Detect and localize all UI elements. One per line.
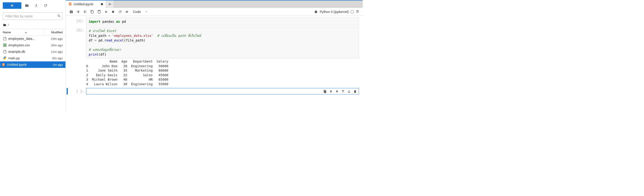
svg-rect-16 — [109, 4, 111, 4]
file-name: employees.csv — [8, 43, 46, 47]
delete-cell-icon[interactable] — [352, 89, 358, 94]
cell-output: Name Age Department Salary 0 John Doe 28… — [86, 58, 359, 87]
tab-bar: Untitled.ipynb — [66, 0, 363, 8]
tab-notebook[interactable]: Untitled.ipynb — [66, 0, 106, 8]
file-icon — [3, 50, 7, 54]
file-modified: 23m ago — [46, 37, 63, 41]
chevron-down-icon — [145, 10, 148, 14]
svg-rect-12 — [70, 3, 71, 3]
file-browser-sidebar: / Name ▲ Modified employees_data...23m a… — [0, 0, 66, 111]
duplicate-cell-icon[interactable] — [322, 89, 327, 94]
insert-cell-icon[interactable] — [75, 8, 82, 15]
spreadsheet-icon — [3, 43, 7, 47]
svg-rect-21 — [356, 11, 359, 11]
new-launcher-button[interactable] — [3, 2, 21, 9]
notebook-cell[interactable]: [1]:import pandas as pd — [68, 18, 359, 25]
insert-below-icon[interactable] — [346, 89, 352, 94]
code-input[interactable]: # อ่านไฟล์ Excel file_path = 'employees_… — [86, 27, 359, 58]
notebook-cell[interactable]: [ ]: — [68, 88, 359, 95]
cell-prompt: [1]: — [68, 18, 86, 25]
svg-rect-26 — [348, 92, 350, 93]
svg-rect-8 — [3, 64, 4, 64]
python-icon — [3, 56, 7, 60]
move-up-icon[interactable] — [328, 89, 334, 94]
search-icon — [57, 14, 61, 18]
svg-rect-18 — [77, 11, 80, 12]
sort-asc-icon: ▲ — [25, 31, 27, 34]
run-icon[interactable] — [103, 8, 109, 15]
save-icon[interactable] — [68, 8, 74, 15]
upload-icon[interactable] — [32, 2, 40, 9]
svg-rect-10 — [3, 65, 4, 66]
unsaved-indicator-icon — [101, 3, 103, 5]
refresh-icon[interactable] — [42, 2, 49, 9]
cell-type-dropdown[interactable]: Code — [131, 10, 150, 14]
cell-prompt: [2]: — [68, 27, 86, 87]
move-down-icon[interactable] — [334, 89, 340, 94]
new-tab-button[interactable] — [106, 0, 114, 8]
svg-rect-19 — [112, 11, 114, 13]
restart-icon[interactable] — [117, 8, 123, 15]
filter-files-input[interactable] — [3, 12, 63, 20]
cut-icon[interactable] — [82, 8, 88, 15]
interrupt-icon[interactable] — [110, 8, 116, 15]
file-name: employees_data... — [8, 37, 46, 41]
file-name: example.db — [8, 50, 46, 54]
file-modified: 11m ago — [46, 50, 63, 54]
column-header-modified[interactable]: Modified — [44, 29, 66, 35]
notebook-icon — [2, 63, 6, 67]
tab-title: Untitled.ipynb — [74, 2, 93, 6]
svg-rect-1 — [11, 5, 14, 6]
svg-rect-14 — [70, 4, 70, 5]
svg-rect-9 — [3, 64, 4, 65]
cell-prompt: [ ]: — [68, 88, 86, 95]
column-header-name[interactable]: Name ▲ — [0, 31, 44, 34]
svg-rect-2 — [4, 44, 6, 47]
kernel-status-icon[interactable] — [350, 10, 354, 13]
file-name: Untitled.ipynb — [7, 63, 46, 67]
copy-icon[interactable] — [89, 8, 96, 15]
svg-rect-25 — [342, 92, 344, 92]
more-icon[interactable] — [356, 9, 360, 14]
notebook-icon — [68, 2, 72, 6]
breadcrumb[interactable]: / — [0, 22, 66, 29]
code-input[interactable]: import pandas as pd — [86, 18, 359, 25]
file-modified: 1m ago — [46, 63, 63, 67]
svg-rect-23 — [342, 90, 344, 91]
file-row[interactable]: main.py30s ago — [0, 55, 66, 61]
svg-rect-28 — [348, 91, 350, 91]
file-row[interactable]: example.db11m ago — [0, 48, 66, 55]
debugger-icon[interactable] — [313, 8, 319, 15]
file-row[interactable]: Untitled.ipynb1m ago — [0, 61, 66, 68]
paste-icon[interactable] — [96, 8, 102, 15]
notebook-cell[interactable]: [2]:# อ่านไฟล์ Excel file_path = 'employ… — [68, 27, 359, 87]
restart-run-all-icon[interactable] — [124, 8, 130, 15]
new-folder-icon[interactable] — [23, 2, 31, 9]
file-icon — [3, 37, 7, 41]
file-row[interactable]: employees.csv20m ago — [0, 42, 66, 48]
notebook-toolbar: Code Python 3 (ipykernel) — [66, 8, 363, 16]
insert-above-icon[interactable] — [340, 89, 346, 94]
svg-rect-20 — [356, 10, 359, 10]
running-indicator-icon — [0, 64, 0, 66]
file-modified: 20m ago — [46, 44, 63, 47]
kernel-name[interactable]: Python 3 (ipykernel) — [320, 10, 349, 14]
file-modified: 30s ago — [46, 57, 63, 60]
file-name: main.py — [8, 56, 46, 60]
code-input[interactable] — [86, 88, 359, 95]
file-row[interactable]: employees_data...23m ago — [0, 35, 66, 42]
svg-rect-22 — [356, 12, 359, 12]
breadcrumb-path: / — [8, 23, 9, 27]
svg-rect-13 — [70, 4, 71, 4]
